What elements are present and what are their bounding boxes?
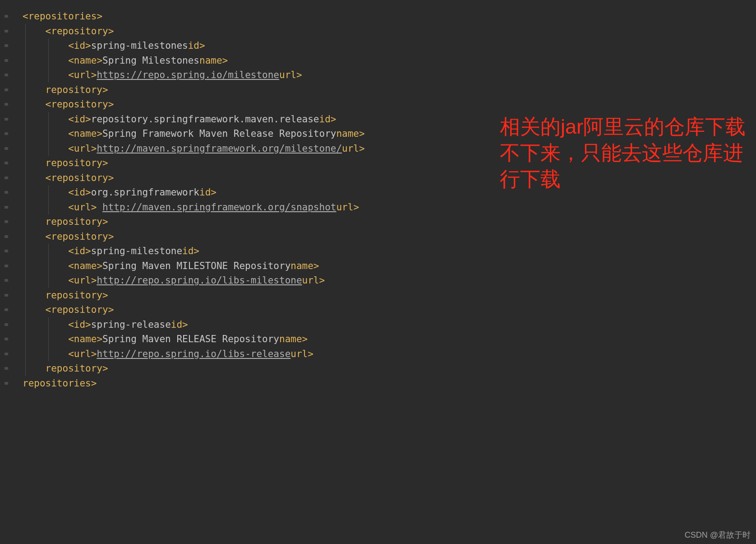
code-line[interactable]: <repositories> xyxy=(23,11,102,22)
code-line[interactable]: <repository> xyxy=(23,304,114,315)
code-line[interactable]: <id>spring-milestonesid> <name>Spring Mi… xyxy=(23,40,365,389)
gutter-mark xyxy=(0,259,8,274)
code-line[interactable]: repository> <repository> <id>spring-mile… xyxy=(23,216,325,389)
gutter-mark xyxy=(0,229,8,244)
code-line[interactable]: <repository> xyxy=(23,26,114,37)
gutter-mark xyxy=(0,68,8,83)
gutter-mark xyxy=(0,288,8,303)
code-line[interactable]: <repository> xyxy=(23,231,114,242)
code-line[interactable]: <name>Spring Milestonesname> <url>https:… xyxy=(23,55,365,389)
code-line[interactable]: repository> <repository> <id>spring-rele… xyxy=(23,290,313,389)
gutter-mark xyxy=(0,112,8,127)
code-line[interactable]: <repository> xyxy=(23,172,114,183)
code-block[interactable]: <repositories> <repository> <id>spring-m… xyxy=(23,9,756,391)
code-line[interactable]: <url>http://repo.spring.io/libs-mileston… xyxy=(23,275,325,389)
code-line[interactable]: repository> <repository> <id>org.springf… xyxy=(23,158,359,389)
gutter-mark xyxy=(0,156,8,171)
gutter-mark xyxy=(0,302,8,317)
code-editor: <repositories> <repository> <id>spring-m… xyxy=(0,0,756,544)
gutter-mark xyxy=(0,347,8,362)
gutter-mark xyxy=(0,332,8,347)
watermark: CSDN @君故于时 xyxy=(685,530,751,540)
gutter-mark xyxy=(0,141,8,156)
gutter-mark xyxy=(0,171,8,186)
gutter-mark xyxy=(0,185,8,200)
gutter-mark xyxy=(0,361,8,376)
gutter-mark xyxy=(0,376,8,391)
gutter-mark xyxy=(0,53,8,68)
gutter xyxy=(0,9,8,391)
code-line[interactable]: <id>spring-releaseid> <name>Spring Maven… xyxy=(23,319,313,389)
gutter-mark xyxy=(0,200,8,215)
code-line[interactable]: <url> http://maven.springframework.org/s… xyxy=(23,202,359,389)
code-line[interactable]: <url>https://repo.spring.io/milestoneurl… xyxy=(23,70,365,389)
code-line[interactable]: <repository> xyxy=(23,99,114,110)
code-line[interactable]: <name>Spring Framework Maven Release Rep… xyxy=(23,128,365,389)
gutter-mark xyxy=(0,214,8,229)
code-line[interactable]: repository> repositories> xyxy=(23,363,108,389)
code-line[interactable]: <name>Spring Maven RELEASE Repositorynam… xyxy=(23,334,313,389)
gutter-mark xyxy=(0,97,8,112)
gutter-mark xyxy=(0,317,8,332)
annotation-text: 相关的jar阿里云的仓库下载不下来，只能去这些仓库进行下载 xyxy=(500,114,752,192)
code-line[interactable]: <url>http://maven.springframework.org/mi… xyxy=(23,143,365,389)
code-line[interactable]: <name>Spring Maven MILESTONE Repositoryn… xyxy=(23,260,325,389)
gutter-mark xyxy=(0,273,8,288)
gutter-mark xyxy=(0,24,8,39)
gutter-mark xyxy=(0,244,8,259)
gutter-mark xyxy=(0,83,8,98)
gutter-mark xyxy=(0,9,8,24)
code-line[interactable]: <id>spring-milestoneid> <name>Spring Mav… xyxy=(23,246,325,389)
code-line[interactable]: <id>org.springframeworkid> <url> http://… xyxy=(23,187,359,389)
code-line[interactable]: <id>repository.springframework.maven.rel… xyxy=(23,114,365,389)
code-line[interactable]: <url>http://repo.spring.io/libs-releaseu… xyxy=(23,349,313,389)
gutter-mark xyxy=(0,126,8,141)
code-line[interactable]: repository> <repository> <id>repository.… xyxy=(23,84,365,389)
code-line[interactable]: repositories> xyxy=(23,378,97,389)
gutter-mark xyxy=(0,38,8,53)
